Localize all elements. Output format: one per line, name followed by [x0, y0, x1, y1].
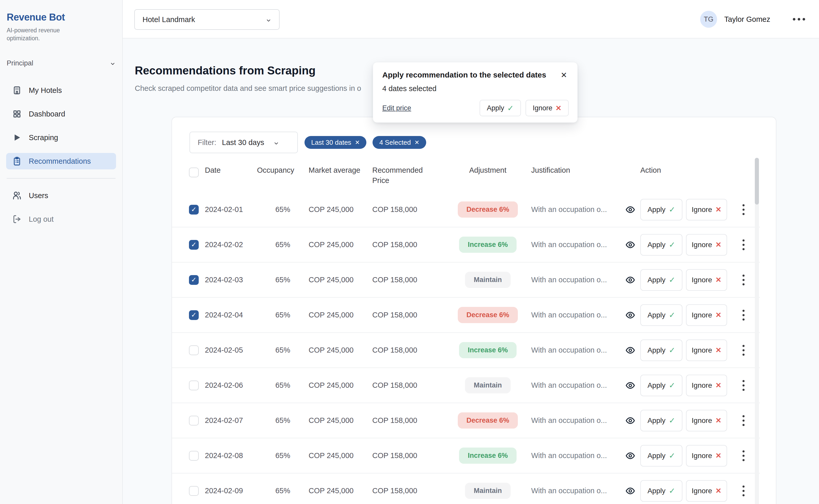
kebab-menu-icon[interactable]	[740, 273, 747, 287]
filter-value: Last 30 days	[222, 138, 264, 147]
apply-button-label: Apply	[648, 276, 666, 284]
sidebar-item-scraping[interactable]: Scraping	[6, 129, 116, 146]
kebab-menu-icon[interactable]	[740, 237, 747, 252]
row-checkbox[interactable]	[189, 240, 199, 250]
row-checkbox[interactable]	[189, 310, 199, 320]
chevron-down-icon	[266, 17, 271, 22]
col-header-market-average: Market average	[308, 159, 368, 175]
sidebar-item-logout[interactable]: Log out	[6, 211, 116, 227]
row-justification: With an occupation o...	[531, 487, 620, 495]
row-checkbox[interactable]	[189, 205, 199, 215]
brand-block: Revenue Bot AI-powered revenue optimizat…	[0, 0, 122, 42]
sidebar-item-dashboard[interactable]: Dashboard	[6, 106, 116, 122]
filter-select[interactable]: Filter: Last 30 days	[189, 132, 298, 153]
kebab-menu-icon[interactable]	[740, 202, 747, 217]
select-all-checkbox[interactable]	[189, 168, 199, 177]
more-options-icon[interactable]	[790, 15, 808, 23]
sidebar-item-my-hotels[interactable]: My Hotels	[6, 82, 116, 99]
ignore-button[interactable]: Ignore ✕	[686, 304, 727, 326]
dialog-selected-count: 4 dates selected	[382, 84, 437, 93]
sidebar-item-label: My Hotels	[29, 86, 62, 95]
ignore-button[interactable]: Ignore ✕	[686, 375, 727, 396]
ignore-button[interactable]: Ignore ✕	[686, 480, 727, 502]
page-title: Recommendations from Scraping	[135, 64, 315, 77]
apply-button[interactable]: Apply ✓	[640, 375, 682, 396]
dialog-ignore-button[interactable]: Ignore ✕	[526, 100, 569, 116]
row-checkbox[interactable]	[189, 275, 199, 285]
chip-remove-icon[interactable]: ✕	[415, 139, 419, 146]
eye-icon[interactable]	[625, 204, 636, 215]
eye-icon[interactable]	[625, 345, 636, 356]
row-market-average: COP 245,000	[308, 276, 372, 284]
recommendations-card: Filter: Last 30 days Last 30 dates ✕ 4 S…	[171, 117, 776, 504]
kebab-menu-icon[interactable]	[740, 483, 747, 498]
user-cluster: TG Taylor Gomez	[700, 11, 808, 28]
row-market-average: COP 245,000	[308, 487, 372, 495]
ignore-button[interactable]: Ignore ✕	[686, 340, 727, 361]
apply-button[interactable]: Apply ✓	[640, 480, 682, 502]
eye-icon[interactable]	[625, 309, 636, 321]
kebab-menu-icon[interactable]	[740, 378, 747, 393]
col-header-adjustment: Adjustment	[469, 159, 506, 175]
eye-icon[interactable]	[625, 485, 636, 497]
apply-button[interactable]: Apply ✓	[640, 199, 682, 220]
close-icon[interactable]: ✕	[559, 69, 569, 81]
avatar[interactable]: TG	[700, 11, 717, 28]
row-recommended-price: COP 158,000	[372, 451, 445, 460]
sidebar-item-label: Users	[29, 191, 48, 200]
row-justification: With an occupation o...	[531, 276, 620, 284]
table-row: 2024-02-05 65% COP 245,000 COP 158,000 I…	[172, 333, 760, 368]
eye-icon[interactable]	[625, 450, 636, 461]
col-header-occupancy: Occupancy	[257, 159, 308, 175]
apply-button[interactable]: Apply ✓	[640, 410, 682, 431]
eye-icon[interactable]	[625, 380, 636, 391]
ignore-button[interactable]: Ignore ✕	[686, 410, 727, 431]
row-market-average: COP 245,000	[308, 311, 372, 319]
ignore-button[interactable]: Ignore ✕	[686, 269, 727, 291]
eye-icon[interactable]	[625, 274, 636, 286]
kebab-menu-icon[interactable]	[740, 413, 747, 428]
adjustment-badge: Maintain	[465, 483, 511, 499]
chip-selected-count[interactable]: 4 Selected ✕	[372, 136, 426, 149]
apply-button[interactable]: Apply ✓	[640, 340, 682, 361]
check-icon: ✓	[669, 381, 675, 390]
apply-button[interactable]: Apply ✓	[640, 269, 682, 291]
kebab-menu-icon[interactable]	[740, 448, 747, 463]
row-occupancy: 65%	[275, 311, 290, 319]
apply-button[interactable]: Apply ✓	[640, 234, 682, 256]
row-recommended-price: COP 158,000	[372, 276, 445, 284]
row-checkbox[interactable]	[189, 416, 199, 425]
row-recommended-price: COP 158,000	[372, 346, 445, 354]
row-checkbox[interactable]	[189, 345, 199, 355]
row-checkbox[interactable]	[189, 451, 199, 461]
sidebar-section-principal[interactable]: Principal	[7, 59, 115, 67]
apply-button[interactable]: Apply ✓	[640, 304, 682, 326]
sidebar-item-users[interactable]: Users	[6, 187, 116, 204]
scrollbar-thumb[interactable]	[755, 158, 759, 205]
row-checkbox[interactable]	[189, 381, 199, 390]
chip-remove-icon[interactable]: ✕	[355, 139, 360, 146]
sidebar-item-recommendations[interactable]: Recommendations	[6, 153, 116, 169]
row-recommended-price: COP 158,000	[372, 311, 445, 319]
hotel-selector[interactable]: Hotel Landmark	[134, 9, 279, 30]
row-date: 2024-02-07	[205, 416, 257, 425]
chip-last-30-dates[interactable]: Last 30 dates ✕	[304, 136, 366, 149]
kebab-menu-icon[interactable]	[740, 343, 747, 358]
row-checkbox[interactable]	[189, 486, 199, 496]
app-tagline: AI-powered revenue optimization.	[7, 26, 79, 42]
sidebar-divider	[7, 178, 115, 179]
dialog-apply-button[interactable]: Apply ✓	[480, 100, 521, 116]
apply-button-label: Apply	[648, 452, 666, 460]
eye-icon[interactable]	[625, 415, 636, 426]
ignore-button[interactable]: Ignore ✕	[686, 234, 727, 256]
ignore-button[interactable]: Ignore ✕	[686, 199, 727, 220]
table-scrollbar[interactable]	[755, 158, 759, 504]
ignore-button[interactable]: Ignore ✕	[686, 445, 727, 467]
edit-price-link[interactable]: Edit price	[382, 104, 411, 112]
adjustment-badge: Increase 6%	[459, 448, 517, 464]
kebab-menu-icon[interactable]	[740, 308, 747, 323]
chevron-down-icon	[110, 61, 115, 66]
apply-button[interactable]: Apply ✓	[640, 445, 682, 467]
eye-icon[interactable]	[625, 239, 636, 250]
apply-button-label: Apply	[648, 241, 666, 249]
